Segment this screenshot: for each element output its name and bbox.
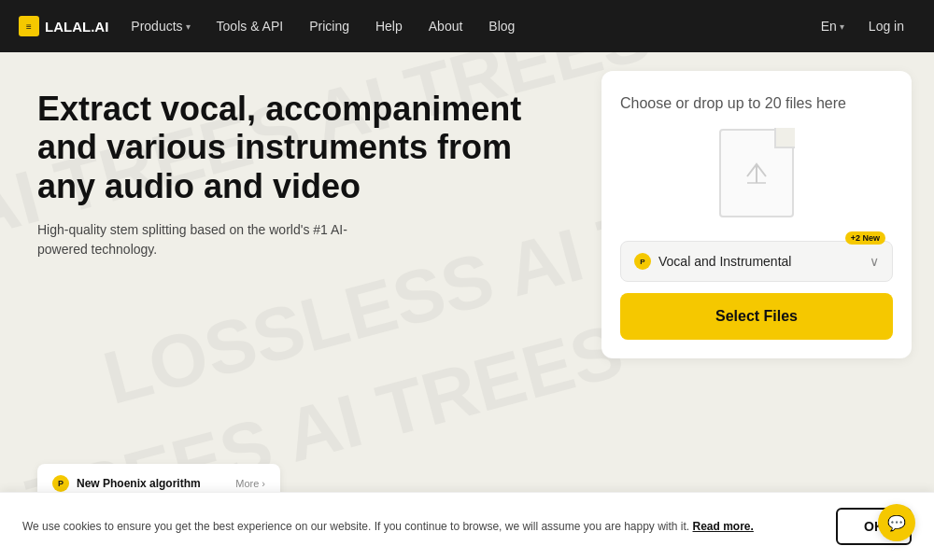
more-link[interactable]: More › <box>235 478 265 489</box>
logo[interactable]: ≡ LALAL.AI <box>19 16 108 36</box>
upload-description: Choose or drop up to 20 files here <box>620 93 893 114</box>
stem-type-dropdown[interactable]: P Vocal and Instrumental ∨ <box>620 241 893 282</box>
nav-blog[interactable]: Blog <box>477 11 526 41</box>
dropdown-chevron-icon: ∨ <box>870 254 879 269</box>
language-selector[interactable]: En ▾ <box>812 11 854 41</box>
cookie-text: We use cookies to ensure you get the bes… <box>22 518 821 535</box>
chevron-down-icon: ▾ <box>186 21 191 32</box>
nav-products[interactable]: Products ▾ <box>120 11 201 41</box>
hero-subtitle: High-quality stem splitting based on the… <box>37 220 374 259</box>
stem-type-icon: P <box>634 253 651 270</box>
left-panel: Extract vocal, accompaniment and various… <box>0 52 579 560</box>
nav-pricing[interactable]: Pricing <box>298 11 361 41</box>
main-content: AI TREES AI TREES LOSSLESS AI TREES AI T… <box>0 52 934 560</box>
stem-type-label: Vocal and Instrumental <box>658 254 791 269</box>
stem-type-dropdown-container: +2 New P Vocal and Instrumental ∨ <box>620 241 893 282</box>
file-shape-icon <box>719 129 794 217</box>
upload-arrow-icon <box>738 153 775 190</box>
chat-button[interactable]: 💬 <box>878 504 915 541</box>
upload-card: Choose or drop up to 20 files here <box>601 71 912 358</box>
lang-chevron-icon: ▾ <box>840 21 844 32</box>
cookie-banner: We use cookies to ensure you get the bes… <box>0 492 934 560</box>
read-more-link[interactable]: Read more. <box>693 520 754 533</box>
nav-about[interactable]: About <box>417 11 474 41</box>
right-panel: Choose or drop up to 20 files here <box>579 52 934 560</box>
select-files-button[interactable]: Select Files <box>620 293 893 340</box>
logo-text: LALAL.AI <box>45 19 108 35</box>
new-badge: +2 New <box>845 231 885 245</box>
nav-tools-api[interactable]: Tools & API <box>205 11 295 41</box>
hero-title: Extract vocal, accompaniment and various… <box>37 90 542 205</box>
login-button[interactable]: Log in <box>857 11 915 41</box>
chat-icon: 💬 <box>887 514 906 532</box>
phoenix-badge-icon: P <box>52 475 69 492</box>
file-drop-zone[interactable] <box>620 129 893 222</box>
logo-icon: ≡ <box>19 16 39 36</box>
nav-help[interactable]: Help <box>364 11 414 41</box>
algorithm-label: New Phoenix algorithm <box>77 477 201 490</box>
navbar: ≡ LALAL.AI Products ▾ Tools & API Pricin… <box>0 0 934 52</box>
